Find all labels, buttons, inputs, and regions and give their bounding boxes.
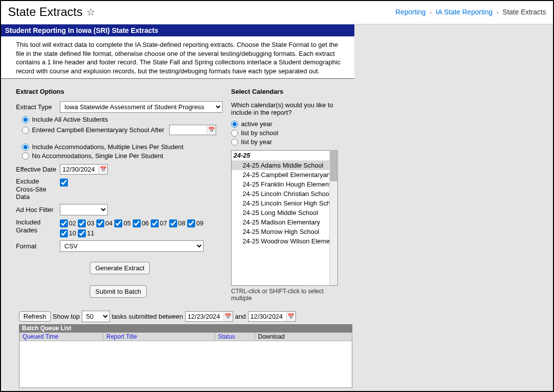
effective-date-label: Effective Date — [16, 166, 60, 173]
breadcrumb-current: State Extracts — [503, 8, 546, 16]
intro-text: This tool will extract data to complete … — [1, 36, 354, 79]
calendar-icon[interactable]: 📅 — [98, 165, 107, 174]
list-by-year-radio[interactable] — [231, 139, 238, 146]
entered-after-radio[interactable] — [22, 127, 29, 134]
extract-type-label: Extract Type — [16, 103, 60, 111]
col-status[interactable]: Status — [218, 333, 235, 340]
favorite-star-icon[interactable]: ☆ — [86, 6, 95, 18]
extract-options-header: Extract Options — [16, 88, 228, 95]
grade-08-checkbox[interactable] — [169, 219, 177, 227]
grade-06-checkbox[interactable] — [133, 219, 141, 227]
adhoc-filter-label: Ad Hoc Filter — [16, 206, 60, 213]
grade-05-checkbox[interactable] — [114, 219, 122, 227]
grade-09-checkbox[interactable] — [187, 219, 195, 227]
refresh-button[interactable]: Refresh — [19, 311, 51, 322]
grade-label: 06 — [142, 219, 149, 227]
grade-07-checkbox[interactable] — [151, 219, 159, 227]
show-top-select[interactable]: 50 — [82, 311, 110, 322]
col-report-title[interactable]: Report Title — [106, 333, 137, 340]
grade-11-checkbox[interactable] — [78, 229, 86, 237]
include-all-label: Include All Active Students — [32, 116, 108, 123]
grade-label: 03 — [87, 219, 94, 227]
batch-date-from-input[interactable] — [186, 312, 224, 321]
batch-queue-body — [19, 341, 352, 388]
exclude-cross-site-label: Exclude Cross-Site Data — [16, 178, 60, 201]
col-download: Download — [258, 333, 284, 340]
grade-label: 02 — [69, 219, 76, 227]
batch-queue-title: Batch Queue List — [19, 324, 352, 332]
grade-10-checkbox[interactable] — [60, 229, 68, 237]
grades-group: 02 03 04 05 06 07 08 09 10 11 — [60, 218, 210, 237]
calendar-item[interactable]: 24-25 Campbell Elementaryary School — [232, 170, 337, 180]
panel-title-bar: Student Reporting In Iowa (SRI) State Ex… — [1, 24, 354, 36]
calendars-question: Which calendar(s) would you like to incl… — [231, 101, 339, 116]
submit-to-batch-button[interactable]: Submit to Batch — [90, 285, 147, 298]
tasks-between-label: tasks submitted between — [112, 313, 183, 320]
grade-02-checkbox[interactable] — [60, 219, 68, 227]
format-label: Format — [16, 242, 60, 250]
no-accom-radio[interactable] — [22, 153, 29, 160]
list-by-school-radio[interactable] — [231, 130, 238, 137]
grade-label: 05 — [123, 219, 130, 227]
effective-date-input[interactable] — [60, 165, 98, 174]
multiselect-hint: CTRL-click or SHIFT-click to select mult… — [231, 288, 339, 302]
grade-label: 08 — [178, 219, 185, 227]
header: State Extracts ☆ Reporting › IA State Re… — [1, 1, 553, 24]
breadcrumb-reporting[interactable]: Reporting — [395, 8, 426, 16]
adhoc-filter-select[interactable] — [60, 204, 108, 215]
page-title-text: State Extracts — [8, 5, 82, 19]
calendar-item[interactable]: 24-25 Madison Elementary — [232, 217, 337, 227]
grade-label: 11 — [87, 229, 94, 237]
exclude-cross-site-checkbox[interactable] — [60, 179, 68, 187]
include-accom-radio[interactable] — [22, 144, 29, 151]
calendar-item[interactable]: 24-25 Franklin Hough Elementary — [232, 180, 337, 189]
batch-queue-table: Queued Time Report Title Status Download — [19, 332, 352, 341]
scrollbar[interactable] — [329, 151, 337, 285]
panel-title: Student Reporting In Iowa (SRI) State Ex… — [5, 26, 158, 34]
grade-03-checkbox[interactable] — [78, 219, 86, 227]
batch-date-to-input[interactable] — [249, 312, 286, 321]
chevron-right-icon: › — [497, 8, 499, 16]
calendar-item[interactable]: 24-25 Woodrow Wilson Elementary — [232, 236, 337, 246]
grade-04-checkbox[interactable] — [96, 219, 104, 227]
list-by-year-label: list by year — [241, 138, 272, 146]
show-top-label: Show top — [53, 313, 80, 320]
page-title: State Extracts ☆ — [8, 5, 95, 19]
calendar-item[interactable]: 24-25 Lincoln Senior High School — [232, 198, 337, 208]
breadcrumb: Reporting › IA State Reporting › State E… — [395, 8, 546, 16]
active-year-radio[interactable] — [231, 121, 238, 128]
format-select[interactable]: CSV — [60, 240, 204, 252]
extract-type-select[interactable]: Iowa Statewide Assessment of Student Pro… — [60, 101, 223, 113]
generate-extract-button[interactable]: Generate Extract — [90, 262, 150, 274]
entered-after-label: Entered Campbell Elementaryary School Af… — [32, 126, 164, 134]
entered-after-date-input[interactable] — [170, 125, 207, 135]
calendar-item[interactable]: 24-25 Adams Middle School — [232, 161, 337, 170]
calendar-item[interactable]: 24-25 Long Middle School — [232, 208, 337, 217]
breadcrumb-ia-state[interactable]: IA State Reporting — [436, 8, 493, 16]
calendar-group-header: 24-25 — [232, 151, 337, 161]
calendar-item[interactable]: 24-25 Morrow High School — [232, 227, 337, 236]
calendar-icon[interactable]: 📅 — [286, 312, 295, 321]
active-year-label: active year — [241, 120, 273, 128]
include-all-radio[interactable] — [22, 116, 29, 123]
grade-label: 04 — [105, 219, 112, 227]
list-by-school-label: list by school — [241, 129, 278, 137]
no-accom-label: No Accommodations, Single Line Per Stude… — [32, 152, 163, 160]
included-grades-label: Included Grades — [16, 218, 60, 234]
select-calendars-header: Select Calendars — [231, 88, 339, 95]
col-queued-time[interactable]: Queued Time — [22, 333, 58, 340]
calendar-icon[interactable]: 📅 — [207, 125, 216, 135]
grade-label: 09 — [196, 219, 203, 227]
calendar-item[interactable]: 24-25 Lincoln Christian School — [232, 189, 337, 198]
grade-label: 10 — [69, 229, 76, 237]
calendar-icon[interactable]: 📅 — [224, 312, 233, 321]
and-label: and — [235, 313, 246, 320]
include-accom-label: Include Accommodations, Multiple Lines P… — [32, 143, 184, 151]
calendar-listbox[interactable]: 24-25 24-25 Adams Middle School 24-25 Ca… — [231, 150, 338, 286]
chevron-right-icon: › — [430, 8, 432, 16]
grade-label: 07 — [160, 219, 167, 227]
